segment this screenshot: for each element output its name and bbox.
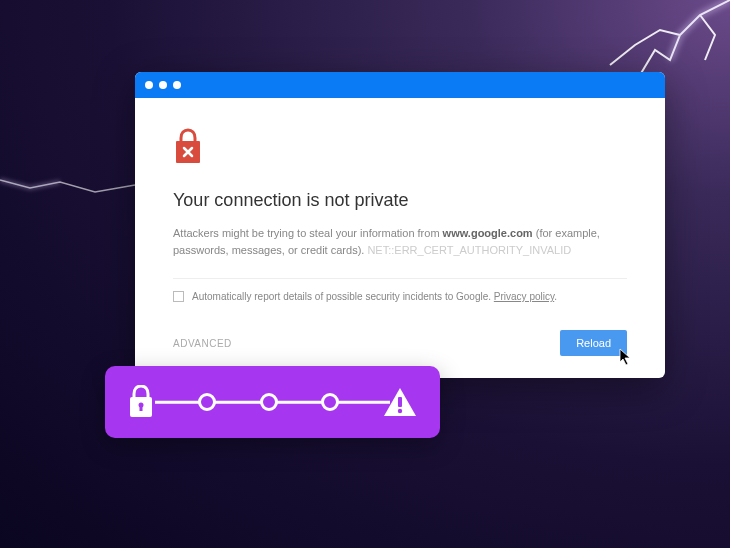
close-window-button[interactable]	[145, 81, 153, 89]
cursor-icon	[619, 348, 633, 366]
warning-triangle-icon	[382, 386, 418, 418]
path-node	[198, 393, 216, 411]
path-node	[321, 393, 339, 411]
privacy-policy-link[interactable]: Privacy policy	[494, 291, 554, 302]
auto-report-checkbox[interactable]	[173, 291, 184, 302]
browser-window: Your connection is not private Attackers…	[135, 72, 665, 378]
titlebar	[135, 72, 665, 98]
error-heading: Your connection is not private	[173, 190, 627, 211]
auto-report-row: Automatically report details of possible…	[173, 291, 627, 302]
error-domain: www.google.com	[443, 227, 533, 239]
error-page-content: Your connection is not private Attackers…	[135, 98, 665, 378]
auto-report-label: Automatically report details of possible…	[192, 291, 557, 302]
connection-path-banner	[105, 366, 440, 438]
path-node	[260, 393, 278, 411]
svg-rect-4	[398, 397, 402, 407]
lightning-decoration-left	[0, 170, 140, 210]
buttons-row: ADVANCED Reload	[173, 330, 627, 356]
maximize-window-button[interactable]	[173, 81, 181, 89]
reload-button[interactable]: Reload	[560, 330, 627, 356]
svg-point-5	[398, 409, 402, 413]
minimize-window-button[interactable]	[159, 81, 167, 89]
error-description: Attackers might be trying to steal your …	[173, 225, 627, 258]
advanced-button[interactable]: ADVANCED	[173, 338, 232, 349]
svg-rect-3	[140, 405, 143, 411]
error-code: NET::ERR_CERT_AUTHORITY_INVALID	[367, 244, 571, 256]
secure-lock-icon	[127, 385, 155, 419]
error-body-prefix: Attackers might be trying to steal your …	[173, 227, 443, 239]
divider	[173, 278, 627, 279]
insecure-lock-icon	[173, 128, 203, 164]
